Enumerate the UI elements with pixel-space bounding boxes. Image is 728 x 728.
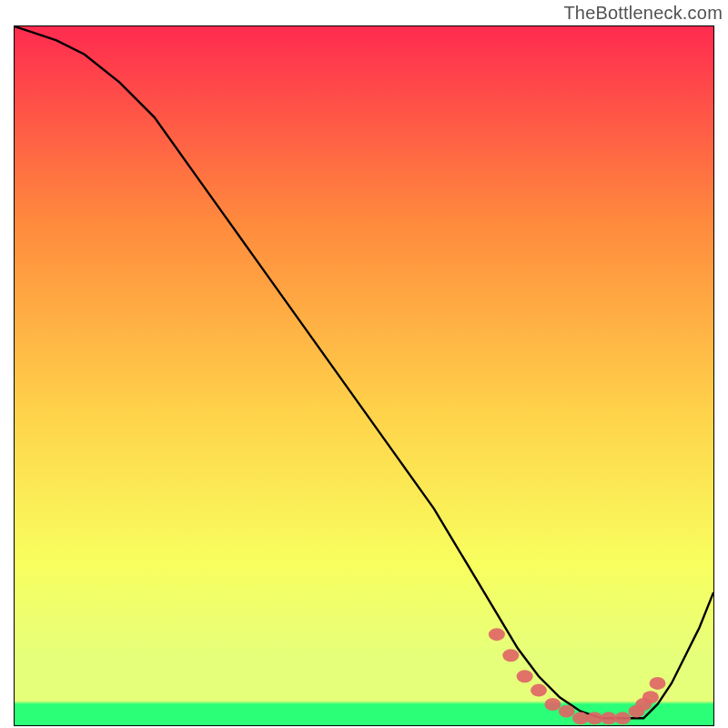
valley-marker	[601, 712, 617, 724]
watermark-text: TheBottleneck.com	[563, 3, 723, 24]
valley-marker	[489, 628, 505, 641]
chart-svg	[15, 26, 713, 725]
gradient-background	[15, 26, 713, 725]
valley-marker	[531, 684, 547, 697]
plot-area	[14, 25, 714, 726]
valley-marker	[544, 698, 561, 711]
valley-marker	[559, 705, 575, 718]
valley-marker	[614, 712, 631, 724]
valley-marker	[502, 649, 519, 662]
chart-container: TheBottleneck.com	[0, 0, 728, 728]
valley-marker	[642, 691, 659, 703]
valley-marker	[586, 712, 602, 724]
valley-marker	[517, 670, 533, 682]
valley-marker	[650, 677, 666, 690]
valley-marker	[572, 712, 589, 724]
